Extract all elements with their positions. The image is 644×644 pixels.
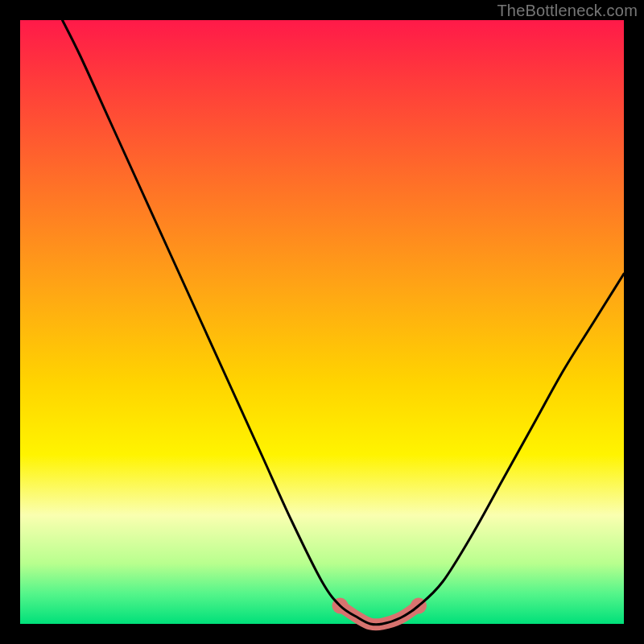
watermark-text: TheBottleneck.com bbox=[497, 2, 638, 20]
curve-layer bbox=[20, 20, 624, 624]
gradient-plot-area bbox=[20, 20, 624, 624]
chart-frame: TheBottleneck.com bbox=[0, 0, 644, 644]
bottleneck-curve bbox=[63, 20, 625, 625]
